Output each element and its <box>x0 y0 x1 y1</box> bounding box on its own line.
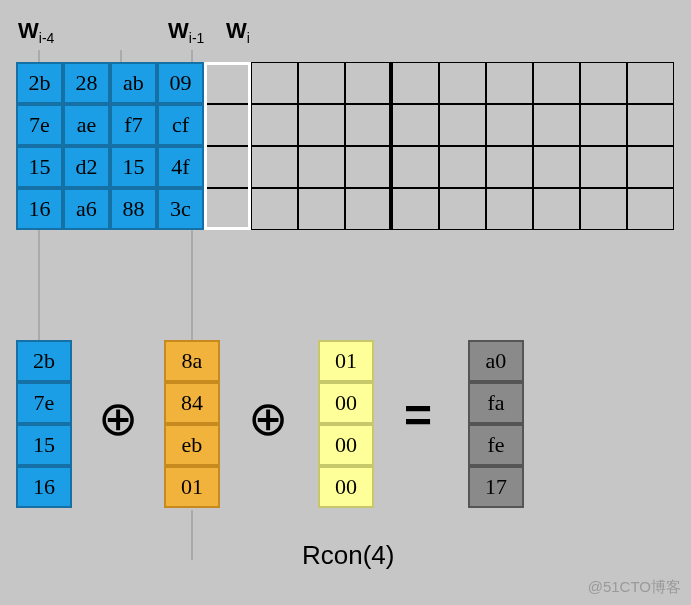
col-wi-4: 2b 7e 15 16 <box>16 340 72 508</box>
cell: cf <box>157 104 204 146</box>
cell-empty <box>627 104 674 146</box>
cell-empty <box>392 188 439 230</box>
col-cell: 00 <box>318 424 374 466</box>
key-state-grid: 2b 28 ab 09 7e ae f7 cf 15 d2 15 4f 16 a… <box>16 62 674 230</box>
cell: 16 <box>16 188 63 230</box>
cell-empty <box>392 104 439 146</box>
cell-empty <box>580 188 627 230</box>
cell-empty <box>486 104 533 146</box>
cell-empty <box>298 104 345 146</box>
cell: 7e <box>16 104 63 146</box>
cell-empty <box>627 146 674 188</box>
col-cell: 2b <box>16 340 72 382</box>
col-cell: fa <box>468 382 524 424</box>
cell-empty <box>439 188 486 230</box>
equals-icon: = <box>404 388 432 443</box>
col-cell: 7e <box>16 382 72 424</box>
cell-empty <box>486 188 533 230</box>
cell: ab <box>110 62 157 104</box>
cell-empty <box>533 62 580 104</box>
cell-empty <box>392 146 439 188</box>
col-cell: 00 <box>318 466 374 508</box>
cell-empty <box>345 146 392 188</box>
cell-empty <box>298 188 345 230</box>
cell-empty <box>580 146 627 188</box>
col-cell: a0 <box>468 340 524 382</box>
cell-empty <box>439 104 486 146</box>
col-cell: fe <box>468 424 524 466</box>
cell: 09 <box>157 62 204 104</box>
col-cell: 00 <box>318 382 374 424</box>
label-wi-1: Wi-1 <box>168 18 204 46</box>
cell-empty <box>298 146 345 188</box>
guide-line-4 <box>191 510 193 560</box>
cell-empty <box>580 104 627 146</box>
cell: a6 <box>63 188 110 230</box>
cell: ae <box>63 104 110 146</box>
cell: 15 <box>16 146 63 188</box>
col-cell: 16 <box>16 466 72 508</box>
cell-empty <box>627 62 674 104</box>
cell: 88 <box>110 188 157 230</box>
cell-empty <box>392 62 439 104</box>
cell-empty <box>345 62 392 104</box>
cell-empty <box>486 146 533 188</box>
cell-empty <box>580 62 627 104</box>
wi-highlight <box>204 62 251 230</box>
col-cell: 17 <box>468 466 524 508</box>
cell-empty <box>251 146 298 188</box>
label-wi-4: Wi-4 <box>18 18 54 46</box>
cell-empty <box>251 104 298 146</box>
xor-icon: ⊕ <box>98 390 138 446</box>
cell: 3c <box>157 188 204 230</box>
label-wi: Wi <box>226 18 250 46</box>
cell: f7 <box>110 104 157 146</box>
cell-empty <box>533 104 580 146</box>
col-cell: 8a <box>164 340 220 382</box>
cell: 4f <box>157 146 204 188</box>
cell-empty <box>251 62 298 104</box>
cell-empty <box>251 188 298 230</box>
col-gw: 8a 84 eb 01 <box>164 340 220 508</box>
col-cell: eb <box>164 424 220 466</box>
label-rcon: Rcon(4) <box>302 540 394 571</box>
cell-empty <box>439 62 486 104</box>
col-cell: 01 <box>318 340 374 382</box>
col-result: a0 fa fe 17 <box>468 340 524 508</box>
col-cell: 15 <box>16 424 72 466</box>
cell-empty <box>486 62 533 104</box>
cell: d2 <box>63 146 110 188</box>
cell-empty <box>298 62 345 104</box>
col-cell: 01 <box>164 466 220 508</box>
cell: 2b <box>16 62 63 104</box>
cell-empty <box>627 188 674 230</box>
col-cell: 84 <box>164 382 220 424</box>
xor-icon: ⊕ <box>248 390 288 446</box>
cell: 15 <box>110 146 157 188</box>
cell-empty <box>533 146 580 188</box>
cell: 28 <box>63 62 110 104</box>
cell-empty <box>345 104 392 146</box>
cell-empty <box>533 188 580 230</box>
watermark: @51CTO博客 <box>588 578 681 597</box>
cell-empty <box>439 146 486 188</box>
cell-empty <box>345 188 392 230</box>
col-rcon: 01 00 00 00 <box>318 340 374 508</box>
